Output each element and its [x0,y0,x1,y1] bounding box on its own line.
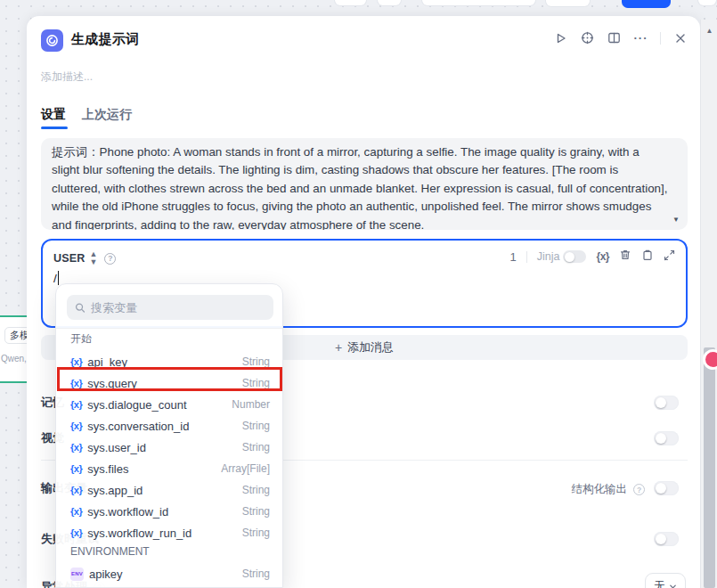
divider [660,32,661,45]
scroll-down-caret-icon: ▼ [672,216,680,224]
more-ellipsis-icon[interactable]: ··· [633,30,648,45]
toolbar-button-cutoff[interactable] [334,0,367,6]
variable-item-sys-dialogue-count[interactable]: {x}sys.dialogue_countNumber [60,394,281,415]
message-role-label[interactable]: USER [53,252,86,265]
env-icon: ENV [70,568,84,581]
active-tab-underline [41,127,68,129]
variable-item-sys-user-id[interactable]: {x}sys.user_idString [60,437,281,458]
scrollbar-up-icon[interactable]: ▲ [701,27,717,35]
system-prompt-preview[interactable]: 提示词：Phone photo: A woman stands in front… [41,138,688,230]
toolbar-primary-button-cutoff[interactable] [622,0,671,8]
variable-x-icon: {x} [70,356,82,367]
toolbar-button-cutoff[interactable] [697,0,717,6]
group-label-environment: ENVIRONMENT [70,545,150,558]
scrollbar[interactable]: ▲ [700,20,717,588]
canvas-node-multimodal[interactable]: 多模态 Qwen, [0,315,29,383]
variable-x-icon: {x} [70,506,82,517]
workflow-canvas: 多模态 Qwen, 生成提示词 ··· [0,0,717,588]
vision-toggle[interactable] [654,431,679,445]
variable-item-sys-files[interactable]: {x}sys.filesArray[File] [60,458,281,479]
structured-output-label: 结构化输出 ? [572,482,646,497]
memory-toggle[interactable] [654,396,679,410]
variable-x-icon: {x} [70,463,82,474]
variable-x-icon: {x} [70,442,82,453]
llm-node-icon [41,29,63,52]
chevron-down-icon [669,583,677,588]
message-index: 1 [510,250,517,264]
role-switch-icon[interactable]: ▲▼ [90,250,98,266]
node-subtitle: Qwen, [1,354,27,363]
prompt-text: 提示词：Phone photo: A woman stands in front… [52,143,668,230]
tab-settings[interactable]: 设置 [41,107,66,123]
divider [56,328,282,329]
variable-search-box[interactable] [67,295,273,320]
search-input[interactable] [91,301,265,314]
retry-toggle[interactable] [654,532,679,546]
variable-item-sys-workflow-id[interactable]: {x}sys.workflow_idString [60,501,281,522]
variable-picker-dropdown: 开始 {x}api_keyString {x}sys.queryString {… [55,283,283,588]
description-placeholder[interactable]: 添加描述... [41,69,93,85]
prompt-editor-input[interactable]: / [53,272,57,285]
jinja-label: Jinja [537,250,560,263]
toolbar-button-cutoff[interactable] [377,0,402,6]
variable-item-sys-conversation-id[interactable]: {x}sys.conversation_idString [60,415,281,437]
close-icon[interactable] [672,30,688,45]
variable-x-icon: {x} [70,399,82,410]
copy-icon[interactable] [641,249,654,265]
error-handling-select[interactable]: 无 [645,573,686,588]
annotation-highlight-box [57,367,282,391]
text-cursor [58,271,59,285]
toolbar-button-cutoff[interactable] [421,0,536,6]
help-icon[interactable]: ? [633,484,645,495]
split-view-book-icon[interactable] [607,30,622,45]
structured-output-toggle[interactable] [654,481,679,495]
expand-icon[interactable] [664,249,675,265]
scrollbar-thumb[interactable] [704,347,715,588]
divider [526,251,527,263]
jinja-toggle[interactable] [563,250,586,263]
plus-icon: + [335,340,342,355]
variable-x-icon: {x} [70,485,82,495]
variable-x-icon: {x} [70,527,82,538]
toolbar-button-cutoff[interactable] [545,0,591,7]
delete-icon[interactable] [619,249,631,265]
help-icon[interactable]: ? [104,253,116,265]
focus-target-icon[interactable] [580,30,595,45]
tab-last-run[interactable]: 上次运行 [82,107,132,123]
run-play-icon[interactable] [553,30,568,45]
group-label-start: 开始 [70,331,92,347]
search-icon [75,302,86,314]
variable-x-icon: {x} [70,421,82,431]
page-title: 生成提示词 [71,31,140,48]
variable-item-sys-app-id[interactable]: {x}sys.app_idString [60,479,281,501]
node-connection-handle[interactable] [703,349,717,370]
variable-item-sys-workflow-run-id[interactable]: {x}sys.workflow_run_idString [60,522,281,543]
insert-variable-icon[interactable]: {x} [596,250,609,263]
variable-item-apikey[interactable]: ENVapikeyString [60,563,281,584]
